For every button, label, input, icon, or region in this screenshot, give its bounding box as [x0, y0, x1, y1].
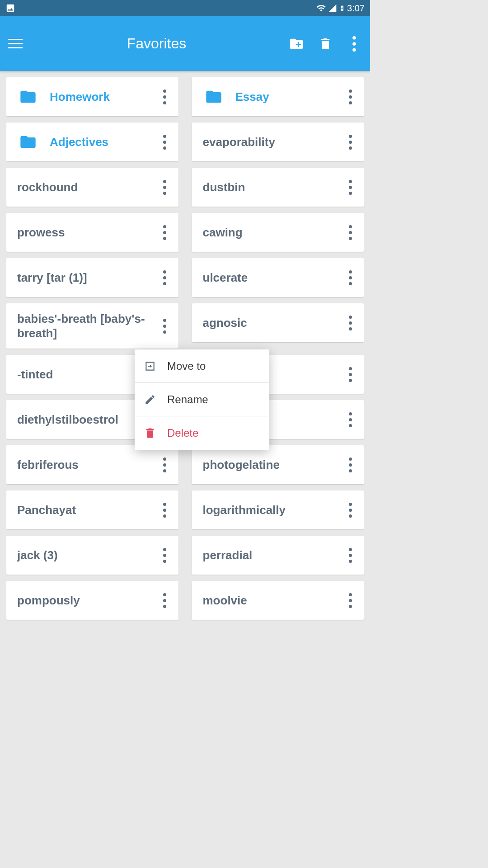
menu-button[interactable]: [8, 36, 24, 52]
word-card[interactable]: rockhound: [6, 168, 178, 207]
trash-icon: [143, 426, 157, 440]
word-card[interactable]: photogelatine: [192, 445, 364, 484]
svg-point-2: [352, 48, 356, 52]
status-bar: 3:07: [0, 0, 370, 16]
card-label: prowess: [17, 225, 157, 240]
word-card[interactable]: cawing: [192, 213, 364, 252]
app-actions: [289, 36, 362, 52]
card-label: evaporability: [203, 135, 343, 150]
card-options-button[interactable]: [157, 267, 173, 288]
card-options-button[interactable]: [157, 131, 173, 153]
card-label: febriferous: [17, 458, 157, 472]
delete-button[interactable]: [318, 36, 333, 52]
favorites-grid: HomeworkEssayAdjectivesevaporabilityrock…: [0, 71, 370, 626]
card-options-button[interactable]: [157, 590, 173, 611]
image-icon: [5, 3, 15, 13]
word-card[interactable]: agnosic: [192, 303, 364, 342]
card-options-button[interactable]: [342, 590, 358, 611]
folder-card[interactable]: Adjectives: [6, 123, 178, 161]
word-card[interactable]: tarry [tar (1)]: [6, 258, 178, 297]
card-label: moolvie: [203, 593, 343, 608]
card-label: agnosic: [203, 316, 343, 330]
context-menu: Move to Rename Delete: [135, 349, 269, 450]
move-to-icon: [143, 359, 157, 373]
card-options-button[interactable]: [342, 267, 358, 288]
card-options-button[interactable]: [342, 544, 358, 566]
status-right: 3:07: [316, 3, 365, 14]
card-options-button[interactable]: [342, 176, 358, 198]
folder-icon: [203, 88, 225, 106]
wifi-icon: [316, 3, 326, 13]
word-card[interactable]: Panchayat: [6, 491, 178, 529]
folder-card[interactable]: Homework: [6, 77, 178, 116]
status-left: [5, 3, 15, 13]
card-label: babies'-breath [baby's-breath]: [17, 311, 157, 341]
folder-card[interactable]: Essay: [192, 77, 364, 116]
card-label: dustbin: [203, 180, 343, 195]
card-label: ulcerate: [203, 270, 343, 285]
card-label: Adjectives: [50, 135, 157, 150]
card-label: photogelatine: [203, 458, 343, 472]
card-options-button[interactable]: [342, 131, 358, 153]
folder-icon: [17, 133, 39, 151]
card-options-button[interactable]: [342, 222, 358, 243]
word-card[interactable]: ulcerate: [192, 258, 364, 297]
word-card[interactable]: febriferous: [6, 445, 178, 484]
signal-icon: [328, 4, 337, 13]
card-options-button[interactable]: [157, 499, 173, 521]
svg-point-0: [352, 36, 356, 40]
svg-point-1: [352, 42, 356, 46]
card-options-button[interactable]: [342, 312, 358, 334]
status-time: 3:07: [347, 3, 365, 14]
battery-charging-icon: [339, 3, 345, 13]
card-label: jack (3): [17, 548, 157, 563]
card-options-button[interactable]: [157, 176, 173, 198]
menu-item-move-to[interactable]: Move to: [135, 349, 269, 383]
card-options-button[interactable]: [342, 86, 358, 108]
word-card[interactable]: moolvie: [192, 581, 364, 620]
word-card[interactable]: perradial: [192, 536, 364, 575]
pencil-icon: [143, 392, 157, 407]
card-options-button[interactable]: [342, 454, 358, 476]
card-label: logarithmically: [203, 503, 343, 518]
card-options-button[interactable]: [342, 409, 358, 430]
menu-label: Move to: [167, 360, 206, 373]
card-label: Panchayat: [17, 503, 157, 518]
folder-icon: [17, 88, 39, 106]
menu-item-rename[interactable]: Rename: [135, 383, 269, 416]
word-card[interactable]: dustbin: [192, 168, 364, 207]
card-options-button[interactable]: [157, 454, 173, 476]
word-card[interactable]: prowess: [6, 213, 178, 252]
card-label: tarry [tar (1)]: [17, 270, 157, 285]
new-folder-button[interactable]: [289, 36, 304, 52]
page-title: Favorites: [24, 35, 289, 52]
menu-label: Rename: [167, 393, 208, 406]
card-label: pompously: [17, 593, 157, 608]
word-card[interactable]: logarithmically: [192, 491, 364, 529]
card-label: rockhound: [17, 180, 157, 195]
word-card[interactable]: evaporability: [192, 123, 364, 161]
card-label: Homework: [50, 90, 157, 104]
word-card[interactable]: babies'-breath [baby's-breath]: [6, 303, 178, 349]
word-card[interactable]: jack (3): [6, 536, 178, 575]
overflow-button[interactable]: [347, 36, 362, 52]
menu-item-delete[interactable]: Delete: [135, 416, 269, 450]
card-options-button[interactable]: [157, 222, 173, 243]
card-options-button[interactable]: [157, 544, 173, 566]
word-card[interactable]: pompously: [6, 581, 178, 620]
card-label: cawing: [203, 225, 343, 240]
card-options-button[interactable]: [157, 86, 173, 108]
card-options-button[interactable]: [342, 363, 358, 385]
app-bar: Favorites: [0, 16, 370, 71]
card-options-button[interactable]: [342, 499, 358, 521]
card-options-button[interactable]: [157, 315, 173, 337]
card-label: Essay: [235, 90, 343, 104]
card-label: perradial: [203, 548, 343, 563]
menu-label: Delete: [167, 427, 198, 439]
